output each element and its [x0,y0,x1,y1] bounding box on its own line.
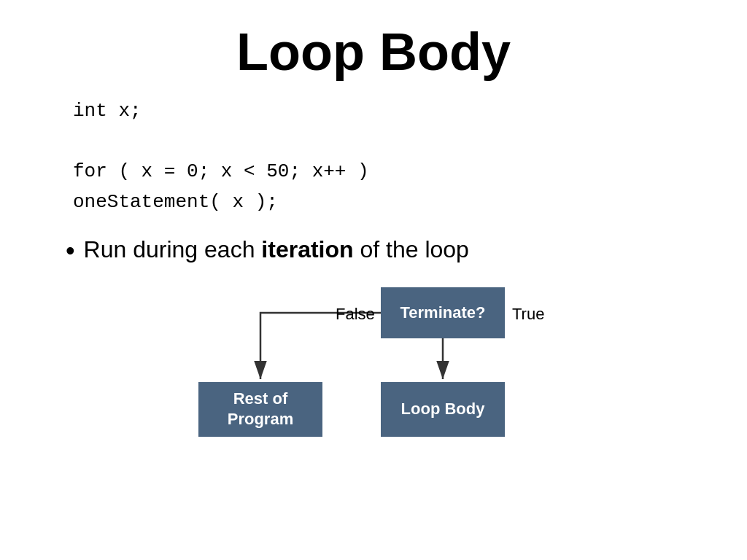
rest-of-program-box: Rest of Program [198,382,322,437]
code-block: int x; for ( x = 0; x < 50; x++ ) oneSta… [73,96,689,217]
diagram-container: Terminate? False True Rest of Program Lo… [155,287,592,448]
page-container: Loop Body int x; for ( x = 0; x < 50; x+… [0,0,747,560]
false-label: False [336,305,375,324]
bullet-text: Run during each iteration of the loop [84,235,469,265]
true-label: True [512,305,544,324]
bullet-text-before: Run during each [84,236,262,262]
terminate-box: Terminate? [381,287,505,338]
loop-body-box: Loop Body [381,382,505,437]
bullet-text-after: of the loop [354,236,469,262]
page-title: Loop Body [58,22,689,82]
code-line-2: for ( x = 0; x < 50; x++ ) [73,157,689,187]
bullet-section: • Run during each iteration of the loop [66,235,689,265]
bullet-text-bold: iteration [261,236,353,262]
bullet-dot: • [66,238,75,264]
code-line-1: int x; [73,96,689,127]
code-line-3: oneStatement( x ); [73,187,689,218]
